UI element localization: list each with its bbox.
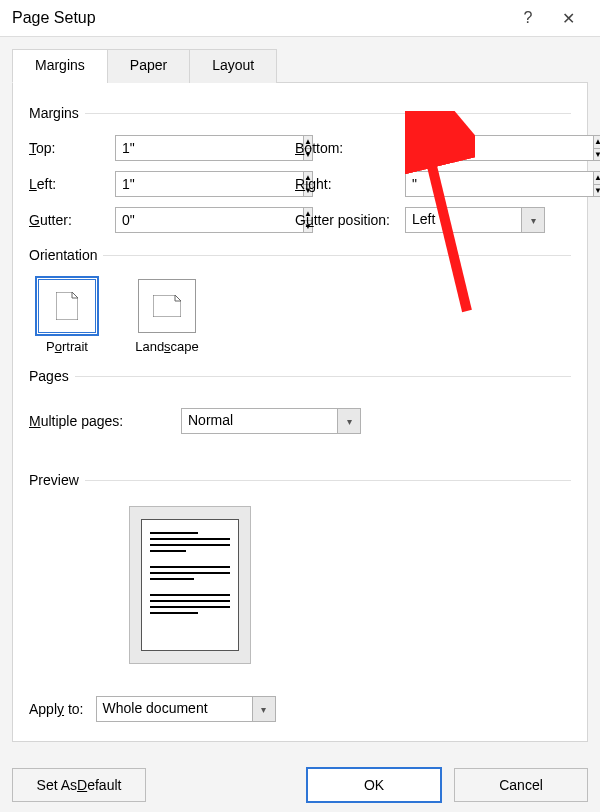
close-button[interactable]: ✕	[548, 0, 588, 36]
top-label: Top:	[29, 140, 115, 156]
orientation-portrait[interactable]: Portrait	[29, 279, 105, 354]
margins-legend: Margins	[29, 105, 85, 121]
cancel-button[interactable]: Cancel	[454, 768, 588, 802]
ok-button[interactable]: OK	[306, 767, 442, 803]
right-label: Right:	[295, 176, 405, 192]
margins-group: Margins Top: ▲▼ Bottom: ▲▼ Left:	[29, 105, 571, 241]
landscape-label: Landscape	[135, 339, 199, 354]
tab-paper[interactable]: Paper	[107, 49, 190, 83]
gutter-label: Gutter:	[29, 212, 115, 228]
pages-legend: Pages	[29, 368, 75, 384]
bottom-input[interactable]	[405, 135, 593, 161]
window-title: Page Setup	[12, 9, 508, 27]
left-input[interactable]	[115, 171, 303, 197]
orientation-group: Orientation Portrait Landscape	[29, 247, 571, 362]
tab-margins[interactable]: Margins	[12, 49, 108, 83]
bottom-spin-up[interactable]: ▲	[594, 136, 600, 149]
bottom-label: Bottom:	[295, 140, 405, 156]
orientation-landscape[interactable]: Landscape	[129, 279, 205, 354]
right-spinner[interactable]: ▲▼	[405, 171, 545, 197]
chevron-down-icon[interactable]: ▾	[521, 207, 545, 233]
apply-to-row: Apply to: Whole document ▾	[29, 696, 571, 722]
apply-to-dropdown[interactable]: Whole document ▾	[96, 696, 276, 722]
top-spinner[interactable]: ▲▼	[115, 135, 255, 161]
right-spin-up[interactable]: ▲	[594, 172, 600, 185]
apply-to-label: Apply to:	[29, 701, 84, 717]
multiple-pages-value: Normal	[181, 408, 337, 434]
gutter-input[interactable]	[115, 207, 303, 233]
gutter-pos-label: Gutter position:	[295, 212, 405, 228]
top-input[interactable]	[115, 135, 303, 161]
bottom-spin-down[interactable]: ▼	[594, 149, 600, 161]
gutter-spinner[interactable]: ▲▼	[115, 207, 255, 233]
set-default-button[interactable]: Set As Default	[12, 768, 146, 802]
tab-panel-margins: Margins Top: ▲▼ Bottom: ▲▼ Left:	[12, 82, 588, 742]
titlebar: Page Setup ? ✕	[0, 0, 600, 37]
portrait-icon	[38, 279, 96, 333]
gutter-pos-dropdown[interactable]: Left ▾	[405, 207, 545, 233]
pages-group: Pages Multiple pages: Normal ▾	[29, 368, 571, 442]
preview-page	[141, 519, 239, 651]
button-bar: Set As Default OK Cancel	[12, 767, 588, 803]
gutter-pos-value: Left	[405, 207, 521, 233]
left-spinner[interactable]: ▲▼	[115, 171, 255, 197]
multiple-pages-label: Multiple pages:	[29, 413, 169, 429]
chevron-down-icon[interactable]: ▾	[252, 696, 276, 722]
right-spin-down[interactable]: ▼	[594, 185, 600, 197]
orientation-legend: Orientation	[29, 247, 103, 263]
preview-group: Preview	[29, 472, 571, 672]
right-input[interactable]	[405, 171, 593, 197]
tab-bar: Margins Paper Layout	[12, 49, 588, 83]
preview-box	[129, 506, 251, 664]
bottom-spinner[interactable]: ▲▼	[405, 135, 545, 161]
left-label: Left:	[29, 176, 115, 192]
preview-legend: Preview	[29, 472, 85, 488]
portrait-label: Portrait	[46, 339, 88, 354]
landscape-icon	[138, 279, 196, 333]
help-button[interactable]: ?	[508, 0, 548, 36]
tab-layout[interactable]: Layout	[189, 49, 277, 83]
chevron-down-icon[interactable]: ▾	[337, 408, 361, 434]
apply-to-value: Whole document	[96, 696, 252, 722]
multiple-pages-dropdown[interactable]: Normal ▾	[181, 408, 361, 434]
